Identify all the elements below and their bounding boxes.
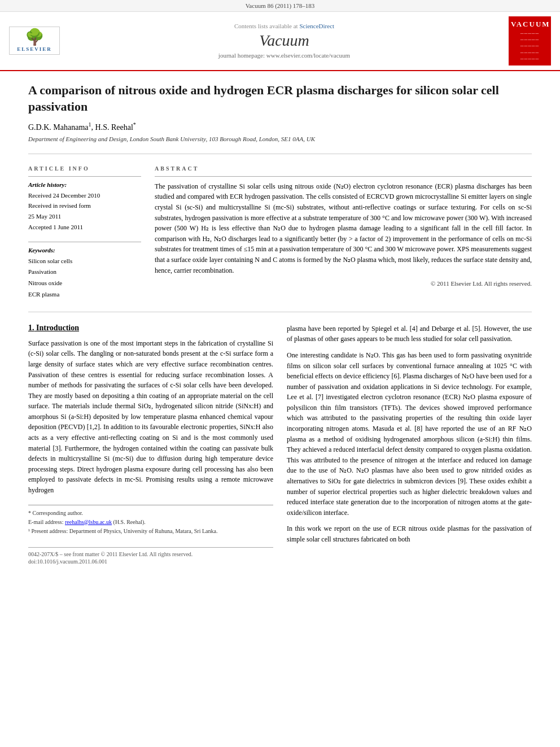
footnote-1: ¹ Present address: Department of Physics… — [28, 527, 273, 536]
doi-line: doi:10.1016/j.vacuum.2011.06.001 — [28, 558, 273, 565]
section1-para2: plasma have been reported by Spiegel et … — [287, 324, 532, 344]
keywords-box: Keywords: Silicon solar cells Passivatio… — [28, 242, 141, 300]
article-info-column: Article Info Article history: Received 2… — [28, 165, 141, 300]
header-divider — [28, 154, 532, 154]
received-date: Received 24 December 2010 Received in re… — [28, 190, 141, 233]
keyword-1: Silicon solar cells — [28, 256, 141, 267]
journal-header: 🌳 ELSEVIER Contents lists available at S… — [0, 12, 560, 71]
section1-heading: 1. Introduction — [28, 324, 273, 333]
section1-para3: One interesting candidate is N₂O. This g… — [287, 350, 532, 518]
received: Received 24 December 2010 — [28, 190, 141, 201]
section-divider — [28, 312, 532, 312]
keyword-list: Silicon solar cells Passivation Nitrous … — [28, 256, 141, 300]
email-name: (H.S. Reehal). — [113, 519, 146, 525]
journal-homepage: journal homepage: www.elsevier.com/locat… — [65, 52, 503, 59]
revised-date: 25 May 2011 — [28, 211, 141, 222]
abstract-column: Abstract The passivation of crystalline … — [155, 165, 532, 300]
section1-title: Introduction — [36, 324, 79, 332]
keyword-4: ECR plasma — [28, 289, 141, 300]
abstract-text: The passivation of crystalline Si solar … — [155, 176, 532, 276]
vacuum-logo-box: VACUUM ───────────────────────── — [509, 16, 551, 65]
article-title: A comparison of nitrous oxide and hydrog… — [28, 82, 532, 115]
body-left-column: 1. Introduction Surface passivation is o… — [28, 324, 273, 565]
authors-line: G.D.K. Mahanama1, H.S. Reehal* — [28, 121, 532, 132]
vacuum-brand: VACUUM — [511, 20, 549, 29]
section1-para1: Surface passivation is one of the most i… — [28, 338, 273, 496]
email-link[interactable]: reehalhs@lsbu.ac.uk — [65, 519, 112, 525]
email-line: E-mail address: reehalhs@lsbu.ac.uk (H.S… — [28, 518, 273, 527]
corresponding-author: * Corresponding author. — [28, 509, 273, 518]
section1-para4: In this work we report on the use of ECR… — [287, 523, 532, 544]
author1: G.D.K. Mahanama — [28, 123, 89, 132]
revised-label: Received in revised form — [28, 200, 141, 211]
elsevier-brand-label: ELSEVIER — [12, 46, 57, 52]
journal-reference: Vacuum 86 (2011) 178–183 — [246, 2, 315, 9]
keyword-2: Passivation — [28, 267, 141, 278]
journal-title: Vacuum — [65, 32, 503, 50]
history-label: Article history: — [28, 181, 141, 188]
affiliation: Department of Engineering and Design, Lo… — [28, 136, 532, 142]
keyword-3: Nitrous oxide — [28, 278, 141, 289]
copyright: © 2011 Elsevier Ltd. All rights reserved… — [155, 280, 532, 287]
email-label: E-mail address: — [28, 519, 63, 525]
abstract-label: Abstract — [155, 165, 532, 172]
bottom-bar: 0042-207X/$ – see front matter © 2011 El… — [28, 547, 273, 557]
author2: , H.S. Reehal — [91, 123, 133, 132]
issn-line: 0042-207X/$ – see front matter © 2011 El… — [28, 551, 193, 557]
sciencedirect-link[interactable]: ScienceDirect — [299, 23, 334, 29]
body-right-column: plasma have been reported by Spiegel et … — [287, 324, 532, 565]
footnotes: * Corresponding author. E-mail address: … — [28, 505, 273, 536]
elsevier-tree-icon: 🌳 — [12, 29, 57, 45]
sciencedirect-label: Contents lists available at ScienceDirec… — [65, 23, 503, 29]
section1-number: 1. — [28, 324, 34, 332]
elsevier-logo: 🌳 ELSEVIER — [9, 27, 60, 55]
body-section: 1. Introduction Surface passivation is o… — [28, 324, 532, 565]
keywords-label: Keywords: — [28, 247, 141, 254]
accepted: Accepted 1 June 2011 — [28, 222, 141, 233]
vacuum-logo-decoration: ───────────────────────── — [511, 30, 549, 62]
journal-reference-bar: Vacuum 86 (2011) 178–183 — [0, 0, 560, 12]
content-area: A comparison of nitrous oxide and hydrog… — [0, 71, 560, 582]
article-info-box: Article history: Received 24 December 20… — [28, 176, 141, 233]
article-meta-section: Article Info Article history: Received 2… — [28, 165, 532, 300]
journal-center: Contents lists available at ScienceDirec… — [65, 23, 503, 59]
article-info-label: Article Info — [28, 165, 141, 172]
author2-sup: * — [133, 121, 136, 128]
